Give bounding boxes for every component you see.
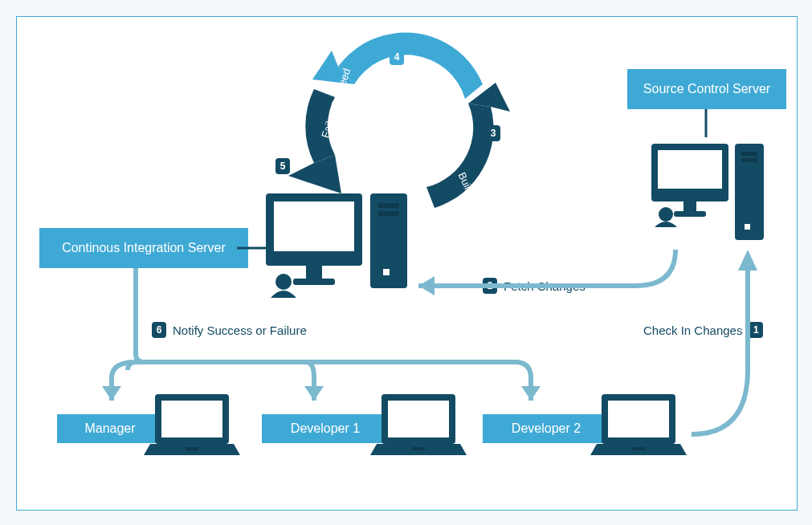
svg-rect-12 [378,203,399,208]
step-3-num: 3 [486,125,500,141]
step-5-num: 5 [275,158,290,174]
step-3-text: Build [456,170,477,197]
svg-rect-13 [378,211,399,216]
svg-marker-5 [304,386,324,401]
svg-rect-33 [632,447,645,450]
svg-rect-17 [658,150,722,189]
svg-rect-20 [735,144,764,240]
developer1-box: Developer 1 [262,414,389,443]
svg-marker-3 [738,250,757,271]
svg-rect-26 [161,401,222,438]
svg-marker-36 [288,155,341,193]
step-6-text: Notify Success or Failure [173,324,307,337]
svg-rect-14 [383,269,390,275]
svg-rect-19 [674,211,706,217]
svg-rect-8 [274,201,354,251]
svg-marker-4 [102,386,121,401]
step-2-num: 2 [483,278,497,294]
svg-rect-25 [155,394,229,444]
svg-rect-32 [608,401,669,438]
ci-server-box: Continous Integration Server [39,228,248,268]
svg-rect-7 [266,193,362,266]
svg-marker-34 [468,83,510,112]
svg-rect-28 [382,394,455,444]
svg-rect-29 [388,401,449,438]
step-6-num: 6 [152,322,166,338]
svg-marker-35 [312,51,354,84]
svg-rect-18 [683,201,696,211]
svg-rect-11 [370,193,407,288]
manager-box: Manager [57,414,163,443]
step-6-label: 6 Notify Success or Failure [152,322,307,338]
step-1-label: Check In Changes 1 [643,322,763,338]
scs-computer-icon [651,144,764,240]
svg-rect-9 [306,266,322,279]
svg-rect-27 [186,447,198,450]
svg-rect-16 [651,144,728,201]
developer2-box: Developer 2 [483,414,610,443]
step-5-text: Fail or Succeed [319,67,353,140]
svg-point-15 [275,274,292,290]
svg-point-24 [659,207,673,222]
svg-rect-22 [741,158,757,162]
svg-rect-10 [293,279,335,285]
diagram-canvas: Continous Integration Server Source Cont… [16,16,798,511]
source-control-box: Source Control Server [627,69,786,109]
step-4-text: Test [418,65,441,86]
svg-rect-23 [745,224,750,230]
step-2-text: Fetch Changes [504,279,586,293]
svg-rect-30 [412,447,425,450]
svg-marker-2 [418,276,435,295]
svg-marker-6 [521,386,541,401]
svg-rect-31 [602,394,675,444]
step-2-label: 2 Fetch Changes [483,278,586,294]
step-4-num: 4 [390,49,404,65]
step-1-text: Check In Changes [643,324,742,337]
svg-rect-21 [741,152,757,156]
ci-computer-icon [266,193,407,298]
step-1-num: 1 [749,322,763,338]
